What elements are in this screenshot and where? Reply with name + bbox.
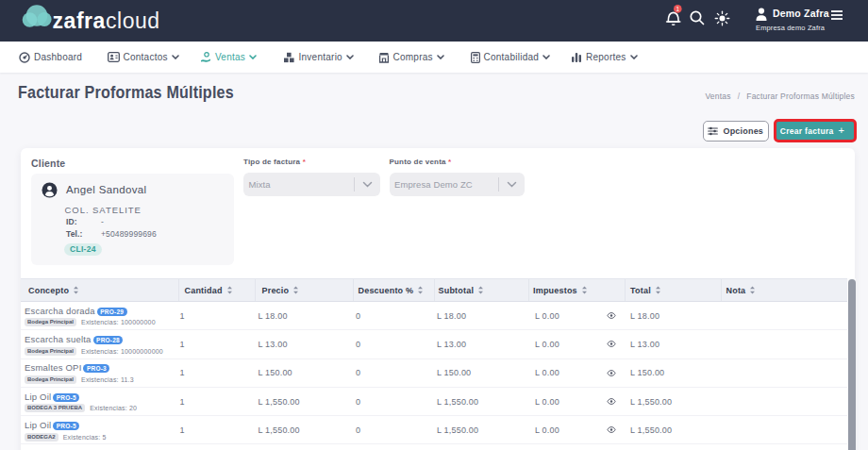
svg-text:1: 1 — [676, 6, 679, 12]
